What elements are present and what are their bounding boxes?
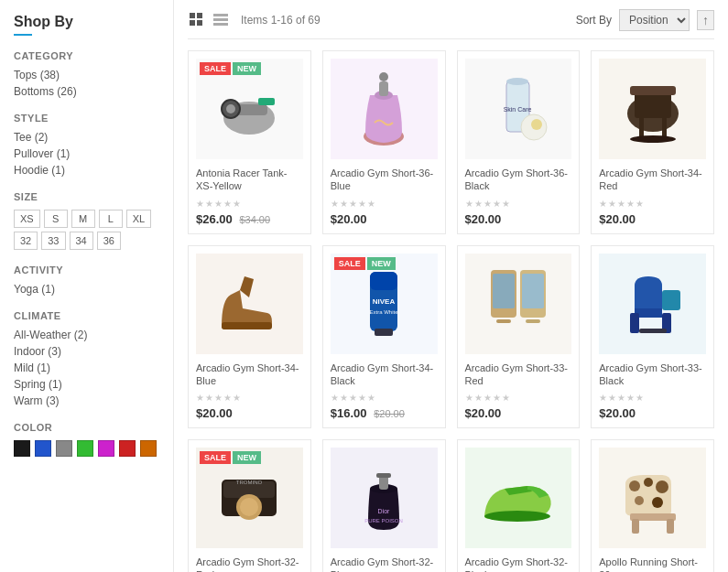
sort-select[interactable]: Position Name Price xyxy=(619,9,690,31)
sidebar: Shop By CATEGORY Tops (38) Bottoms (26) … xyxy=(0,0,174,572)
product-card[interactable]: SALE NEW TROMINO Arcadio Gym Short-32-Re… xyxy=(188,439,311,572)
product-card[interactable]: Apollo Running Short-36-... ★★★★★ $20.00 xyxy=(591,439,714,572)
size-32[interactable]: 32 xyxy=(14,232,38,250)
star: ★ xyxy=(196,199,204,209)
svg-rect-27 xyxy=(222,322,272,329)
product-price: $20.00 xyxy=(465,406,572,420)
color-black[interactable] xyxy=(14,440,30,457)
star: ★ xyxy=(474,199,483,209)
items-count: Items 1-16 of 69 xyxy=(241,14,321,27)
style-pullover[interactable]: Pullover (1) xyxy=(14,147,159,160)
sort-order-button[interactable]: ↑ xyxy=(697,10,714,30)
color-gray[interactable] xyxy=(56,440,72,457)
price-current: $20.00 xyxy=(196,406,233,420)
svg-point-57 xyxy=(656,480,668,493)
category-bottoms[interactable]: Bottoms (26) xyxy=(14,85,159,98)
product-image-wrap xyxy=(599,448,706,548)
price-old: $20.00 xyxy=(374,408,405,419)
climate-heading: CLIMATE xyxy=(14,310,159,321)
climate-mild[interactable]: Mild (1) xyxy=(14,362,159,374)
climate-spring[interactable]: Spring (1) xyxy=(14,378,159,391)
svg-rect-11 xyxy=(258,98,275,105)
color-orange[interactable] xyxy=(140,440,157,457)
style-hoodie[interactable]: Hoodie (1) xyxy=(14,164,159,177)
svg-point-59 xyxy=(652,497,663,508)
style-tee[interactable]: Tee (2) xyxy=(14,131,159,144)
color-blue[interactable] xyxy=(35,440,51,457)
star: ★ xyxy=(617,199,625,209)
star: ★ xyxy=(493,199,501,209)
badge-group: SALE NEW xyxy=(200,451,261,464)
climate-indoor[interactable]: Indoor (3) xyxy=(14,345,159,358)
size-33[interactable]: 33 xyxy=(41,232,65,250)
product-price: $20.00 xyxy=(599,406,706,420)
activity-yoga[interactable]: Yoga (1) xyxy=(14,283,159,296)
category-tops[interactable]: Tops (38) xyxy=(14,69,159,81)
svg-text:TROMINO: TROMINO xyxy=(236,480,263,485)
product-card[interactable]: Arcadio Gym Short-36-Blue ★★★★★ $20.00 xyxy=(322,50,446,234)
product-name: Arcadio Gym Short-36-Blue xyxy=(331,167,438,193)
size-xs[interactable]: XS xyxy=(14,210,40,228)
price-current: $20.00 xyxy=(465,212,502,226)
grid-view-button[interactable] xyxy=(188,11,206,29)
size-l[interactable]: L xyxy=(99,210,123,228)
svg-text:Extra White: Extra White xyxy=(370,309,399,315)
product-card[interactable]: Skin Care Arcadio Gym Short-36-Black ★★★… xyxy=(457,50,581,234)
product-card[interactable]: SALE NEW Antonia Racer Tank-XS-Yellow ★★… xyxy=(188,50,311,234)
star: ★ xyxy=(484,393,492,403)
product-card[interactable]: Arcadio Gym Short-33-Black ★★★★★ $20.00 xyxy=(591,245,714,429)
product-card[interactable]: Arcadio Gym Short-32-Black ★★★★★ $20.00 xyxy=(457,439,581,572)
star: ★ xyxy=(626,393,635,403)
product-stars: ★★★★★ xyxy=(465,199,572,209)
product-name: Apollo Running Short-36-... xyxy=(599,556,706,572)
color-purple[interactable] xyxy=(98,440,114,457)
filter-section-style: STYLE Tee (2) Pullover (1) Hoodie (1) xyxy=(14,113,159,177)
product-grid: SALE NEW Antonia Racer Tank-XS-Yellow ★★… xyxy=(188,50,714,572)
star: ★ xyxy=(636,199,644,209)
product-card[interactable]: Arcadio Gym Short-34-Blue ★★★★★ $20.00 xyxy=(188,245,311,429)
svg-point-47 xyxy=(240,498,258,516)
climate-warm[interactable]: Warm (3) xyxy=(14,394,159,407)
star: ★ xyxy=(214,199,223,209)
svg-point-18 xyxy=(506,78,528,85)
color-red[interactable] xyxy=(119,440,136,457)
star: ★ xyxy=(358,199,366,209)
color-heading: COLOR xyxy=(14,422,159,433)
product-card[interactable]: DiorPURE POISON Arcadio Gym Short-32-Blu… xyxy=(322,439,446,572)
filter-section-color: COLOR xyxy=(14,422,159,457)
product-card[interactable]: Arcadio Gym Short-33-Red ★★★★★ $20.00 xyxy=(457,245,581,429)
product-name: Arcadio Gym Short-32-Blue xyxy=(331,556,438,572)
size-36[interactable]: 36 xyxy=(97,232,121,250)
size-34[interactable]: 34 xyxy=(70,232,93,250)
svg-text:Skin Care: Skin Care xyxy=(504,106,532,113)
star: ★ xyxy=(331,199,339,209)
svg-rect-42 xyxy=(639,329,667,333)
price-current: $20.00 xyxy=(599,212,636,226)
star: ★ xyxy=(214,393,223,403)
svg-rect-24 xyxy=(639,118,644,136)
star: ★ xyxy=(196,393,204,403)
star: ★ xyxy=(502,393,510,403)
svg-text:Dior: Dior xyxy=(378,508,391,514)
star: ★ xyxy=(465,199,473,209)
badge-group: SALE NEW xyxy=(200,62,261,75)
toolbar-left: Items 1-16 of 69 xyxy=(188,11,321,29)
product-card[interactable]: Arcadio Gym Short-34-Red ★★★★★ $20.00 xyxy=(591,50,714,234)
sidebar-title-underline xyxy=(14,34,32,36)
list-view-button[interactable] xyxy=(212,11,230,29)
climate-all-weather[interactable]: All-Weather (2) xyxy=(14,329,159,341)
badge-sale: SALE xyxy=(334,257,365,270)
product-card[interactable]: SALE NEW NIVEAExtra White Arcadio Gym Sh… xyxy=(322,245,446,429)
star: ★ xyxy=(599,393,607,403)
svg-rect-38 xyxy=(526,319,540,323)
product-stars: ★★★★★ xyxy=(465,393,572,403)
color-green[interactable] xyxy=(77,440,93,457)
star: ★ xyxy=(223,199,232,209)
size-m[interactable]: M xyxy=(71,210,95,228)
size-s[interactable]: S xyxy=(44,210,68,228)
product-stars: ★★★★★ xyxy=(599,199,706,209)
svg-rect-62 xyxy=(667,519,674,534)
size-xl[interactable]: XL xyxy=(126,210,151,228)
svg-rect-51 xyxy=(376,473,391,478)
star: ★ xyxy=(626,199,635,209)
